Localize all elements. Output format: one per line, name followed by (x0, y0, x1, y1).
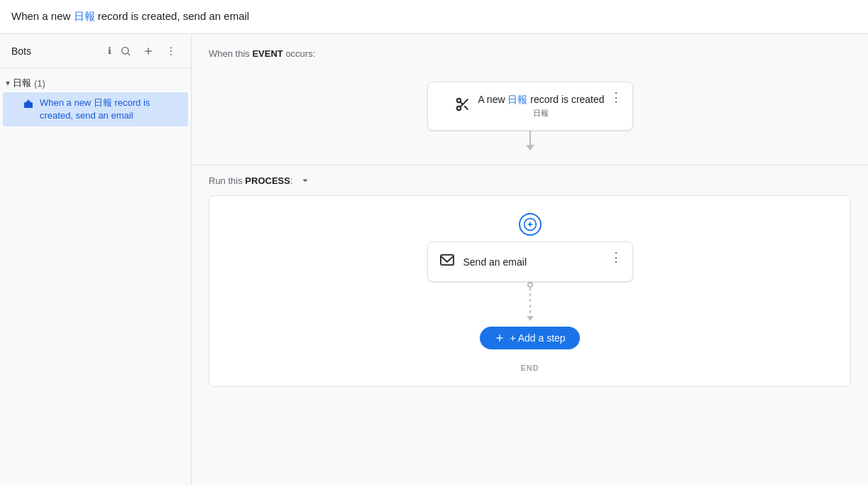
svg-line-15 (465, 106, 468, 109)
event-card-inner: A new 日報 record is created 日報 (455, 94, 604, 119)
plus-circle-icon (523, 217, 537, 231)
sidebar-header-icons (117, 43, 180, 60)
add-bot-button[interactable] (140, 43, 157, 60)
event-title-record: 日報 (507, 94, 527, 105)
dashed-line (529, 288, 531, 316)
action-card-icon (439, 254, 455, 270)
sidebar-item-label: When a new 日報 record is created, send an… (40, 97, 182, 122)
end-label: END (520, 364, 539, 372)
event-label-prefix: When this (209, 48, 250, 59)
svg-point-13 (457, 107, 461, 111)
group-label: 日報 (13, 77, 31, 89)
header-title: When a new 日報 record is created, send an… (11, 10, 249, 23)
action-card-title: Send an email (463, 256, 527, 268)
info-icon: ℹ (108, 45, 111, 56)
event-card-more-button[interactable]: ⋮ (607, 89, 625, 105)
svg-rect-8 (26, 101, 30, 103)
group-count: (1) (34, 78, 45, 89)
more-vert-icon (165, 45, 177, 57)
header-title-record: 日報 (74, 10, 95, 22)
svg-rect-20 (441, 255, 454, 265)
dashed-arrow (527, 316, 534, 321)
search-icon (120, 45, 131, 57)
event-connector (526, 131, 534, 151)
process-label-keyword: PROCESS (245, 175, 290, 186)
dropdown-arrow-icon (299, 174, 312, 187)
process-dropdown-button[interactable] (299, 174, 312, 187)
connector-arrow (526, 145, 534, 151)
process-label-prefix: Run this (209, 175, 243, 186)
process-label: Run this PROCESS: (209, 175, 293, 186)
process-box: ⋮ Send an email (209, 195, 851, 387)
main-layout: Bots ℹ ▾ 日報 (1) (0, 34, 868, 485)
event-section-label: When this EVENT occurs: (192, 48, 332, 67)
svg-line-16 (461, 102, 463, 104)
add-step-plus-icon (494, 332, 505, 344)
header-title-suffix: record is created, send an email (95, 10, 250, 22)
header-title-prefix: When a new (11, 10, 74, 22)
event-title-suffix: record is created (527, 94, 604, 105)
svg-rect-7 (24, 102, 33, 108)
event-card-subtitle: 日報 (478, 108, 604, 119)
event-card-content: A new 日報 record is created 日報 (478, 94, 604, 119)
bot-icon (23, 98, 34, 111)
event-card[interactable]: ⋮ (427, 82, 633, 131)
event-section: When this EVENT occurs: ⋮ (192, 34, 868, 165)
dashed-top-dot (527, 282, 533, 288)
svg-line-1 (128, 53, 130, 55)
action-card-more-button[interactable]: ⋮ (607, 249, 625, 265)
event-flow-area: ⋮ (192, 67, 868, 165)
event-label-suffix: occurs: (283, 48, 316, 59)
event-label-keyword: EVENT (252, 48, 282, 59)
process-header: Run this PROCESS: (192, 165, 868, 195)
svg-point-5 (170, 50, 172, 52)
canvas: When this EVENT occurs: ⋮ (192, 34, 868, 485)
svg-point-9 (26, 104, 28, 106)
sidebar: Bots ℹ ▾ 日報 (1) (0, 34, 192, 485)
sidebar-title: Bots (11, 45, 102, 57)
sidebar-item-bot[interactable]: When a new 日報 record is created, send an… (3, 92, 188, 126)
event-card-title: A new 日報 record is created (478, 94, 604, 107)
event-card-icon (455, 97, 471, 116)
more-options-button[interactable] (163, 43, 180, 60)
dashed-connector (527, 282, 534, 321)
svg-point-12 (457, 99, 461, 103)
connector-line (529, 131, 531, 145)
chevron-down-icon: ▾ (6, 78, 10, 88)
svg-point-6 (170, 53, 172, 55)
sidebar-group-header[interactable]: ▾ 日報 (1) (0, 74, 191, 92)
add-icon (143, 45, 154, 57)
top-header: When a new 日報 record is created, send an… (0, 0, 868, 34)
process-label-suffix: : (290, 175, 293, 186)
add-step-button[interactable]: + Add a step (480, 327, 579, 349)
sidebar-group: ▾ 日報 (1) When a new 日報 record is created… (0, 68, 191, 132)
add-step-circle-top[interactable] (519, 213, 542, 236)
svg-point-0 (122, 47, 128, 53)
action-card[interactable]: ⋮ Send an email (427, 241, 633, 282)
event-title-prefix: A new (478, 94, 507, 105)
add-step-label: + Add a step (510, 332, 565, 344)
process-section: Run this PROCESS: ⋮ (192, 165, 868, 387)
svg-point-10 (29, 104, 31, 106)
search-button[interactable] (117, 43, 134, 60)
svg-point-4 (170, 47, 172, 48)
sidebar-header: Bots ℹ (0, 34, 191, 68)
